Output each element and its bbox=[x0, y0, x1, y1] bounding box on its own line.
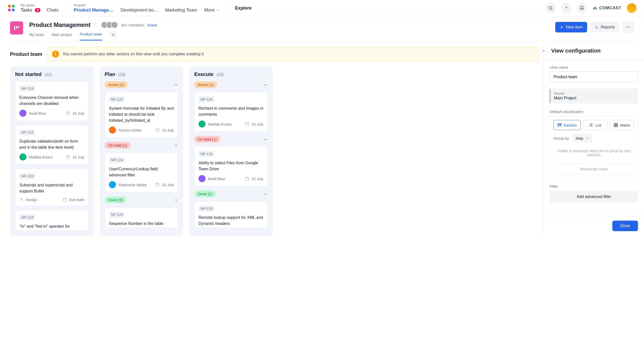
view-name-input[interactable] bbox=[550, 71, 638, 83]
column-title: Execute bbox=[194, 71, 214, 77]
card-id: NP-124 bbox=[198, 151, 214, 157]
reports-label: Reports bbox=[601, 25, 615, 29]
reports-button[interactable]: Reports bbox=[590, 22, 619, 32]
company-brand: COMCAST bbox=[592, 5, 621, 11]
divider bbox=[96, 22, 96, 28]
card-id: NP-124 bbox=[198, 96, 214, 102]
active-project-tab[interactable]: Product Manage… bbox=[74, 8, 113, 13]
card-id: NP-124 bbox=[19, 86, 35, 92]
status-group-active[interactable]: Active (1) bbox=[194, 81, 268, 88]
groupby-select[interactable]: Step bbox=[573, 134, 592, 142]
card-title: Everyone Channel removal when channels a… bbox=[19, 95, 84, 107]
task-card[interactable]: NP-124 System formulae for Initiated By … bbox=[105, 92, 178, 138]
status-group-done[interactable]: Done (5) bbox=[105, 196, 178, 203]
new-item-button[interactable]: New item bbox=[555, 22, 587, 32]
comcast-logo-icon bbox=[592, 5, 598, 11]
column-title: Not started bbox=[15, 71, 42, 77]
assignee[interactable]: Noell Blue bbox=[198, 175, 225, 182]
source-value: Main Project bbox=[554, 96, 634, 100]
task-card[interactable]: NP-124 Richtext in comments and Images i… bbox=[194, 92, 268, 132]
svg-point-0 bbox=[8, 5, 11, 8]
column-title: Plan bbox=[105, 71, 115, 77]
viz-option-kanban[interactable]: Kanban bbox=[553, 120, 581, 130]
task-card[interactable]: NP-124 Sequence Number in the table bbox=[105, 207, 178, 228]
done-button[interactable]: Done bbox=[612, 221, 638, 231]
marketing-tab[interactable]: Marketing Team bbox=[165, 8, 197, 13]
task-card[interactable]: NP-124 Subscript and superscript and sup… bbox=[15, 169, 89, 206]
divider bbox=[66, 3, 66, 14]
project-icon bbox=[10, 21, 23, 34]
bar-chart-icon bbox=[595, 25, 599, 29]
due-date[interactable]: 15 July bbox=[66, 111, 84, 115]
assignee[interactable]: Tsutsui Ichiha bbox=[109, 127, 141, 134]
members-count[interactable]: 30+ members bbox=[121, 23, 144, 27]
board-area: Product team ! You cannot perform any ot… bbox=[0, 42, 543, 236]
svg-rect-14 bbox=[63, 198, 66, 201]
search-icon bbox=[548, 6, 553, 11]
add-filter-button[interactable]: Add advanced filter bbox=[550, 191, 638, 203]
members-avatars[interactable] bbox=[101, 21, 118, 28]
status-group-done[interactable]: Done (1) bbox=[194, 190, 268, 197]
assignee-name: Noell Blue bbox=[208, 177, 225, 181]
kanban-icon bbox=[557, 123, 562, 127]
more-tab[interactable]: More bbox=[204, 8, 220, 13]
chats-link[interactable]: Chats bbox=[47, 8, 58, 13]
status-group-hold[interactable]: On hold (1) bbox=[194, 136, 268, 143]
add-tab-button[interactable]: + bbox=[110, 31, 117, 38]
status-pill: On hold (1) bbox=[194, 136, 220, 143]
tab-product-team[interactable]: Product team bbox=[80, 32, 102, 41]
collapse-panel-button[interactable] bbox=[540, 47, 548, 55]
column-count: (23) bbox=[118, 72, 125, 77]
tasks-link[interactable]: Tasks bbox=[21, 8, 32, 13]
card-title: "In" and "Not in" operator for bbox=[19, 223, 84, 229]
assignee[interactable]: Noell Blue bbox=[19, 110, 46, 117]
more-actions-button[interactable] bbox=[622, 21, 634, 33]
assignee[interactable]: Stephanie Bailey bbox=[109, 181, 147, 188]
svg-point-13 bbox=[21, 198, 22, 199]
task-card[interactable]: NP-124 Ability to select Files from Goog… bbox=[194, 147, 268, 186]
svg-rect-19 bbox=[558, 124, 559, 127]
projects-group: Projects Product Manage… Development bo…… bbox=[74, 3, 220, 13]
due-date-button[interactable]: Due date bbox=[62, 197, 84, 202]
status-group-active[interactable]: Active (1) bbox=[105, 81, 178, 88]
due-date[interactable]: 15 July bbox=[245, 176, 263, 181]
calendar-icon bbox=[245, 176, 249, 181]
task-card[interactable]: NP-124 Everyone Channel removal when cha… bbox=[15, 81, 89, 121]
viz-option-list[interactable]: List bbox=[583, 120, 607, 130]
chevron-down-icon bbox=[174, 143, 178, 147]
plus-icon bbox=[560, 25, 564, 29]
task-card[interactable]: NP-124 Duplicate validation(both on form… bbox=[15, 125, 89, 165]
chevron-right-icon bbox=[542, 49, 546, 53]
explore-link[interactable]: Explore bbox=[235, 6, 252, 11]
app-logo[interactable] bbox=[7, 4, 16, 12]
user-avatar[interactable] bbox=[626, 3, 637, 13]
notifications-button[interactable] bbox=[577, 3, 587, 13]
help-button[interactable] bbox=[561, 3, 572, 13]
assignee[interactable]: Matilda Evans bbox=[19, 153, 53, 160]
tab-my-tasks[interactable]: My tasks bbox=[29, 32, 44, 40]
task-card[interactable]: NP-124 User/Currency/Lookup field advanc… bbox=[105, 153, 178, 192]
share-link[interactable]: Share bbox=[147, 23, 157, 27]
due-date[interactable]: 15 July bbox=[155, 128, 174, 132]
rearrange-button: Rearrange steps bbox=[553, 164, 634, 174]
search-button[interactable] bbox=[545, 3, 556, 13]
card-title: Ability to select Files from Google Team… bbox=[198, 160, 263, 172]
card-id: NP-124 bbox=[19, 173, 35, 179]
chevron-down-icon bbox=[264, 137, 268, 141]
task-card[interactable]: NP-124 "In" and "Not in" operator for bbox=[15, 210, 89, 231]
due-date[interactable]: 15 July bbox=[66, 155, 84, 159]
status-group-hold[interactable]: On hold (1) bbox=[105, 142, 178, 149]
due-date[interactable]: 15 July bbox=[155, 182, 174, 187]
svg-point-9 bbox=[628, 27, 628, 27]
svg-rect-18 bbox=[246, 177, 249, 180]
assignee[interactable]: Matilda Evans bbox=[198, 120, 232, 128]
assign-button[interactable]: Assign bbox=[19, 197, 37, 202]
due-date[interactable]: 15 July bbox=[245, 122, 263, 126]
divider bbox=[227, 3, 227, 14]
dev-board-tab[interactable]: Development bo… bbox=[120, 8, 158, 13]
card-title: User/Currency/Lookup field advanced filt… bbox=[109, 166, 174, 178]
viz-option-matrix[interactable]: Matrix bbox=[610, 120, 634, 130]
tab-main-project[interactable]: Main project bbox=[52, 32, 72, 40]
calendar-icon bbox=[245, 122, 249, 126]
task-card[interactable]: NP-124 Remote lookup support for XML and… bbox=[194, 201, 268, 228]
